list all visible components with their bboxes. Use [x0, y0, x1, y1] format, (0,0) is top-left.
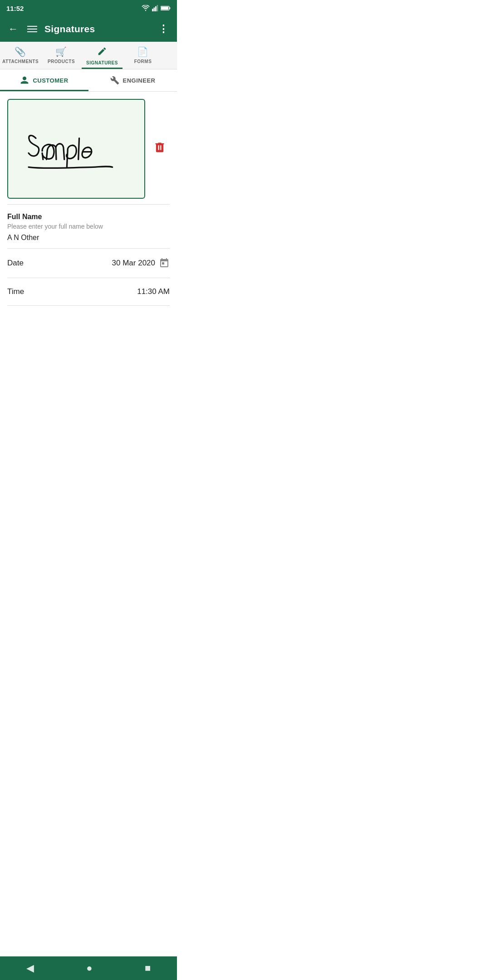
date-row: Date 30 Mar 2020	[7, 250, 170, 276]
divider-3	[7, 278, 170, 278]
tab-attachments-label: ATTACHMENTS	[2, 59, 39, 64]
full-name-label: Full Name	[7, 213, 170, 221]
sub-tabs: CUSTOMER ENGINEER	[0, 69, 177, 92]
divider-2	[7, 248, 170, 249]
hamburger-line-3	[27, 31, 37, 32]
date-value-group: 30 Mar 2020	[112, 258, 170, 269]
signature-image	[8, 100, 144, 198]
svg-rect-5	[169, 7, 170, 9]
products-icon: 🛒	[55, 46, 67, 57]
main-content: Full Name Please enter your full name be…	[0, 92, 177, 335]
calendar-icon[interactable]	[159, 258, 170, 269]
svg-rect-3	[157, 5, 158, 11]
date-label: Date	[7, 259, 24, 268]
svg-rect-6	[161, 7, 168, 10]
full-name-hint: Please enter your full name below	[7, 223, 170, 230]
status-icons	[142, 5, 171, 11]
status-bar: 11:52	[0, 0, 177, 16]
attachments-icon: 📎	[15, 46, 26, 57]
delete-signature-button[interactable]	[150, 137, 170, 160]
tab-signatures[interactable]: SIGNATURES	[82, 42, 122, 69]
tab-attachments[interactable]: 📎 ATTACHMENTS	[0, 42, 41, 69]
tab-forms-label: FORMS	[134, 59, 152, 64]
back-button[interactable]: ←	[5, 20, 22, 39]
full-name-value[interactable]: A N Other	[7, 234, 170, 242]
sub-tab-customer-label: CUSTOMER	[33, 77, 68, 84]
svg-rect-2	[155, 6, 157, 11]
more-options-button[interactable]: ⋮	[155, 20, 172, 39]
signature-box[interactable]	[7, 99, 145, 199]
sub-tab-engineer[interactable]: ENGINEER	[88, 69, 177, 91]
battery-icon	[161, 5, 171, 11]
top-tabs: 📎 ATTACHMENTS 🛒 PRODUCTS SIGNATURES 📄 FO…	[0, 42, 177, 69]
time-row: Time 11:30 AM	[7, 280, 170, 304]
time-label: Time	[7, 287, 24, 296]
sub-tab-engineer-label: ENGINEER	[123, 77, 156, 84]
page-title: Signatures	[44, 24, 155, 34]
signal-icon	[152, 5, 158, 11]
status-time: 11:52	[6, 5, 24, 12]
svg-rect-0	[152, 9, 153, 11]
tab-images[interactable]: 🖼 IMAG	[163, 42, 177, 69]
menu-button[interactable]	[24, 22, 41, 36]
trash-icon	[153, 141, 166, 154]
tab-signatures-label: SIGNATURES	[86, 60, 118, 65]
wifi-icon	[142, 5, 150, 11]
forms-icon: 📄	[137, 46, 149, 57]
hamburger-line-2	[27, 29, 37, 29]
sub-tab-customer[interactable]: CUSTOMER	[0, 69, 88, 91]
tab-products-label: PRODUCTS	[48, 59, 75, 64]
time-value: 11:30 AM	[137, 287, 170, 296]
date-value: 30 Mar 2020	[112, 259, 155, 268]
tab-forms[interactable]: 📄 FORMS	[122, 42, 163, 69]
svg-rect-1	[154, 8, 155, 11]
signatures-icon	[97, 46, 107, 59]
engineer-tools-icon	[110, 76, 119, 85]
tab-products[interactable]: 🛒 PRODUCTS	[41, 42, 82, 69]
divider-1	[7, 204, 170, 205]
divider-4	[7, 305, 170, 306]
app-bar: ← Signatures ⋮	[0, 16, 177, 42]
full-name-field: Full Name Please enter your full name be…	[7, 206, 170, 246]
hamburger-line-1	[27, 26, 37, 27]
signature-area-wrapper	[7, 99, 170, 199]
customer-person-icon	[20, 76, 29, 85]
